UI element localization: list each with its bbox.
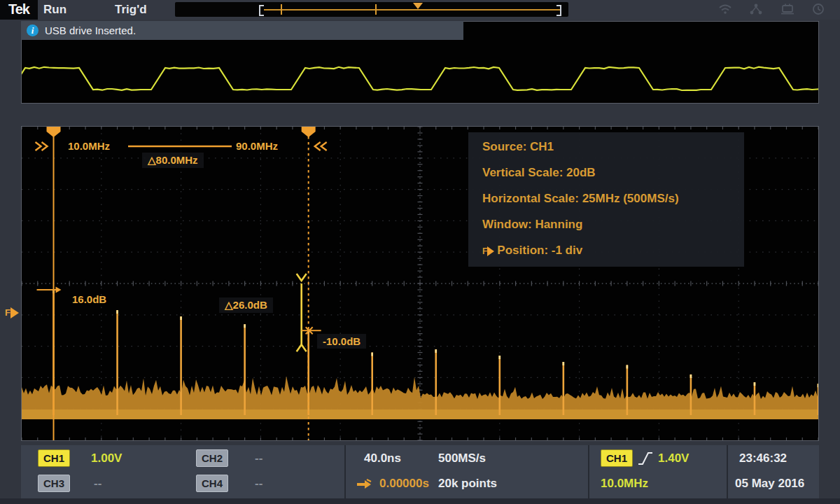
bottom-edge-strip [0,498,840,504]
fft-panel: 10.0MHz 90.0MHz △80.0MHz 16.0dB △26.0dB … [21,126,819,441]
cursor-delta-amp-readout: △26.0dB [219,298,273,313]
fft-reference-marker[interactable]: F [5,307,19,318]
oscilloscope-screen: Tek Run Trig'd [0,0,840,504]
section-divider [727,445,728,498]
trigger-level-readout[interactable]: 1.40V [658,451,689,465]
trigger-frequency-readout: 10.0MHz [601,477,648,491]
status-icon-group [718,3,825,15]
cursor-a-amp-readout: 16.0dB [72,293,106,305]
fft-position-line: FPosition: -1 div [482,244,730,258]
cursor-b-amp-readout: -10.0dB [317,334,366,349]
fft-reference-letter: F [5,307,10,318]
section-divider [344,445,346,498]
ch1-badge[interactable]: CH1 [38,449,70,467]
record-view-bracket-left [259,5,264,16]
cursor-delta-freq-readout: △80.0MHz [142,153,204,168]
sample-rate-readout: 500MS/s [438,451,486,465]
acquisition-record-line [264,9,561,10]
expansion-point-marker [413,3,423,9]
top-status-bar: Tek Run Trig'd [0,0,840,20]
bottom-readout-bar: CH1 1.00V CH2 -- CH3 -- CH4 -- 40.0ns 50… [21,445,819,498]
clock-date: 05 May 2016 [735,477,804,491]
ch3-scale-value: -- [94,477,102,491]
cursor-b-position-tick [375,4,377,15]
rising-edge-icon [637,450,654,470]
record-view-bracket-right [556,5,561,16]
ch1-scale-value[interactable]: 1.00V [91,451,122,465]
fft-position-value: Position: -1 div [497,244,582,257]
fft-position-f-label: F [482,246,487,256]
horizontal-scale-readout[interactable]: 40.0ns [364,451,401,465]
cursor-b-freq-readout: 90.0MHz [236,140,278,152]
acquisition-status: Run [43,3,66,17]
section-divider [588,445,589,498]
ch4-badge[interactable]: CH4 [196,475,228,492]
fft-window: Window: Hanning [482,218,730,232]
tek-logo: Tek [0,0,38,20]
ch2-badge[interactable]: CH2 [196,449,228,467]
trigger-source-badge[interactable]: CH1 [601,449,633,467]
fft-source: Source: CH1 [482,140,730,154]
fft-settings-box: Source: CH1 Vertical Scale: 20dB Horizon… [468,132,744,267]
clock-time: 23:46:32 [739,451,787,465]
ch3-badge[interactable]: CH3 [38,475,70,492]
notification-banner: i USB drive Inserted. [21,21,463,40]
clock-icon[interactable] [812,3,825,15]
fft-position-arrow-icon [487,246,494,256]
cursor-a-position-tick [281,4,282,15]
info-icon: i [27,24,38,36]
usb-icon[interactable] [780,3,795,15]
fft-reference-arrow-icon [10,307,19,318]
fft-horizontal-scale: Horizontal Scale: 25MHz (500MS/s) [482,192,730,206]
trigger-status: Trig'd [115,3,147,17]
record-length-readout: 20k points [438,477,497,491]
network-icon[interactable] [749,3,763,15]
notification-text: USB drive Inserted. [45,24,136,36]
acquisition-overview-bar[interactable] [175,2,568,17]
wifi-icon[interactable] [718,3,732,15]
ch4-scale-value: -- [255,477,262,491]
horizontal-position-arrow-icon [356,479,374,493]
fft-vertical-scale: Vertical Scale: 20dB [482,166,730,180]
horizontal-position-readout[interactable]: 0.00000s [379,477,429,491]
cursor-a-freq-readout: 10.0MHz [68,140,110,152]
ch2-scale-value: -- [255,451,262,465]
